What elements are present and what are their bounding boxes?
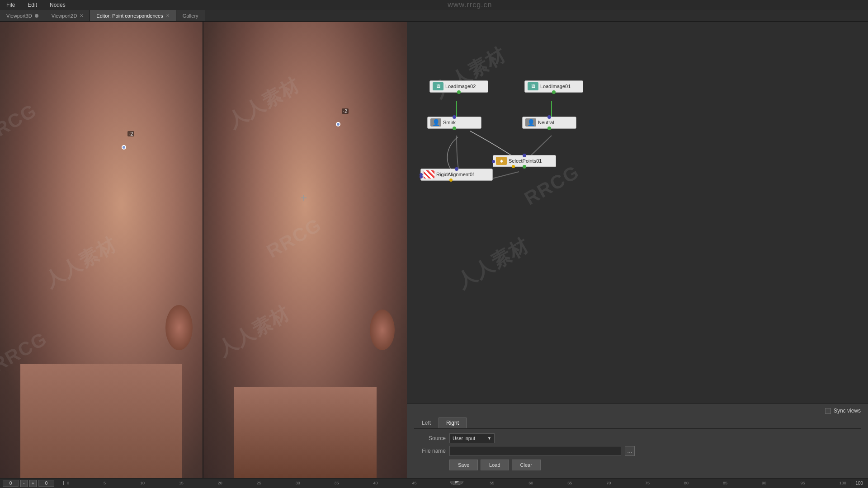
ruler-tick: 35 (335, 481, 339, 485)
ruler-tick: 30 (296, 481, 300, 485)
sync-views-label: Sync views (834, 408, 861, 414)
connector-ra-left2[interactable] (420, 175, 423, 178)
node-neutral-icon (525, 118, 536, 127)
site-watermark: www.rrcg.cn (75, 1, 864, 9)
node-smirk-icon (430, 118, 441, 127)
node-loadimage02-out[interactable] (457, 90, 461, 94)
node-smirk-label: Smirk (443, 120, 456, 125)
node-selectpoints01-out[interactable] (523, 165, 526, 169)
node-selectpoints01[interactable]: ◆ SelectPoints01 (493, 155, 556, 167)
bottom-panel: Sync views Left Right Source User input … (407, 404, 868, 478)
timeline-ruler[interactable]: 0510152025303540455055606570758085909510… (63, 481, 850, 486)
ruler-tick: 85 (723, 481, 727, 485)
head-render-right (203, 22, 407, 478)
tab-viewport2d-close[interactable]: ✕ (80, 13, 83, 18)
node-loadimage01-icon: 🖼 (528, 82, 538, 90)
sync-views-row: Sync views (414, 408, 861, 414)
tab-viewport3d[interactable]: Viewport3D (0, 10, 45, 21)
ruler-tick: 60 (528, 481, 533, 485)
node-loadimage01-label: LoadImage01 (540, 84, 571, 89)
tab-bar: Viewport3D Viewport2D ✕ Editor: Point co… (0, 10, 868, 22)
timeline-end: 100 (850, 481, 868, 486)
main-area: RRCG 人人素材 RRCG ·2 人人素材 (0, 22, 868, 478)
connector-sp-left[interactable] (492, 160, 495, 163)
point-label-right: ·2 (342, 108, 349, 114)
timeline-minus[interactable]: - (20, 480, 28, 487)
node-neutral-in[interactable] (547, 115, 551, 119)
node-rigidalignment01[interactable]: RigidAlignment01 (420, 169, 493, 181)
tab-gallery[interactable]: Gallery (176, 10, 205, 21)
node-neutral-out[interactable] (547, 127, 551, 130)
node-loadimage01[interactable]: 🖼 LoadImage01 (524, 80, 583, 93)
viewport-panel: RRCG 人人素材 RRCG ·2 人人素材 (0, 22, 407, 478)
wm7: 人人素材 (429, 42, 510, 103)
node-connections (407, 22, 868, 404)
node-smirk[interactable]: Smirk (427, 117, 481, 129)
clear-button[interactable]: Clear (512, 460, 541, 470)
head-render-left (0, 22, 203, 478)
node-smirk-in[interactable] (453, 115, 456, 119)
ruler-tick: 45 (412, 481, 416, 485)
viewport-right[interactable]: 人人素材 RRCG 人人素材 ·2 (203, 22, 407, 478)
load-button[interactable]: Load (481, 460, 509, 470)
tab-editor-close[interactable]: ✕ (166, 13, 170, 18)
filename-row: File name … (414, 446, 861, 456)
viewport-split: RRCG 人人素材 RRCG ·2 人人素材 (0, 22, 407, 478)
timeline-end[interactable] (38, 480, 54, 487)
node-loadimage01-out[interactable] (552, 90, 556, 94)
source-chevron: ▼ (487, 436, 491, 441)
menu-edit[interactable]: Edit (25, 1, 40, 9)
wm9: 人人素材 (452, 233, 533, 294)
viewport-left[interactable]: RRCG 人人素材 RRCG ·2 (0, 22, 203, 478)
tab-left[interactable]: Left (414, 418, 439, 428)
ruler-tick: 0 (67, 481, 69, 485)
node-loadimage02-icon: 🖼 (433, 82, 443, 90)
node-rigidalignment01-icon (424, 170, 434, 178)
node-selectpoints01-icon: ◆ (496, 157, 507, 165)
ruler-tick: 70 (606, 481, 611, 485)
ruler-tick: 20 (218, 481, 222, 485)
node-neutral[interactable]: Neutral (522, 117, 576, 129)
menu-nodes[interactable]: Nodes (47, 1, 68, 9)
timeline-plus[interactable]: + (29, 480, 37, 487)
ruler-tick: 10 (140, 481, 145, 485)
point-marker-right (336, 122, 340, 127)
tab-viewport3d-icon (35, 14, 38, 18)
timeline-bar: - + 051015202530354045505560657075808590… (0, 478, 868, 488)
source-dropdown[interactable]: User input ▼ (449, 433, 495, 443)
tab-right[interactable]: Right (439, 418, 467, 428)
filename-browse-button[interactable]: … (625, 446, 635, 456)
ruler-tick: 5 (104, 481, 106, 485)
connector-sp-bottom[interactable] (512, 165, 515, 168)
filename-input[interactable] (449, 446, 621, 456)
ruler-tick: 100 (840, 481, 846, 485)
node-editor[interactable]: 人人素材 RRCG 人人素材 (407, 22, 868, 404)
menu-file[interactable]: File (4, 1, 18, 9)
save-button[interactable]: Save (449, 460, 478, 470)
sync-views-checkbox[interactable] (825, 408, 831, 414)
node-neutral-label: Neutral (538, 120, 554, 125)
ruler-tick: 15 (179, 481, 184, 485)
node-smirk-out[interactable] (453, 127, 456, 130)
ruler-tick: 25 (257, 481, 261, 485)
filename-label: File name (414, 448, 446, 454)
node-loadimage02[interactable]: 🖼 LoadImage02 (429, 80, 488, 93)
point-marker-left (122, 145, 126, 150)
node-selectpoints01-label: SelectPoints01 (509, 158, 542, 164)
svg-line-3 (491, 172, 519, 179)
ruler-tick: 95 (801, 481, 805, 485)
right-panel: 人人素材 RRCG 人人素材 (407, 22, 868, 478)
timeline-left: - + (0, 480, 63, 487)
menu-bar: File Edit Nodes www.rrcg.cn (0, 0, 868, 10)
tab-viewport2d[interactable]: Viewport2D ✕ (45, 10, 90, 21)
timeline-start[interactable] (3, 480, 19, 487)
ruler-tick: 90 (762, 481, 766, 485)
wm8: RRCG (521, 161, 583, 209)
source-row: Source User input ▼ (414, 433, 861, 443)
node-selectpoints01-in[interactable] (523, 154, 526, 157)
tab-editor[interactable]: Editor: Point correspondences ✕ (90, 10, 176, 21)
connector-ra-bottom[interactable] (449, 178, 453, 182)
node-rigidalignment01-in[interactable] (455, 167, 458, 171)
ruler-tick: 55 (490, 481, 494, 485)
ruler-tick: 65 (567, 481, 572, 485)
